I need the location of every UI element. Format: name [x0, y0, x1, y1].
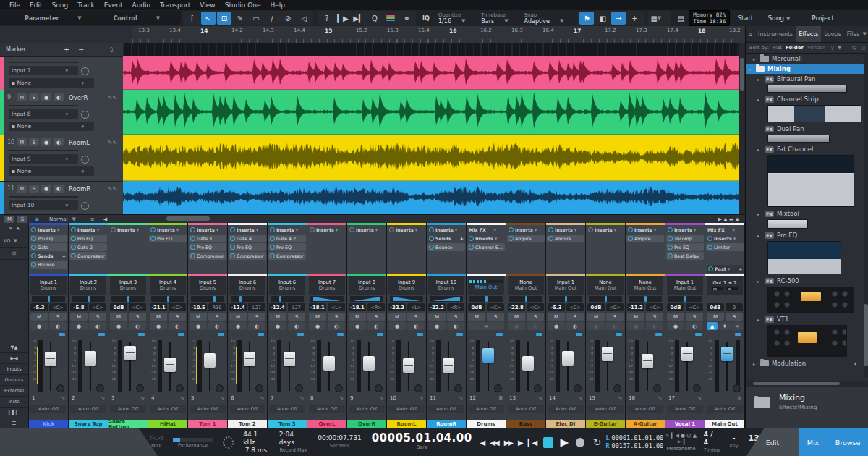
channel-routing-box[interactable]: Input 9Drums: [388, 276, 425, 295]
tree-item-fx-binaural-pan[interactable]: ▸FXBinaural Pan: [746, 74, 868, 84]
tree-item-folder-mercuriall[interactable]: ▸Mercuriall: [746, 54, 868, 64]
track-instrument-select[interactable]: ▪ None▾: [9, 122, 94, 131]
pan-value[interactable]: <R>: [367, 303, 385, 311]
pan-control[interactable]: [72, 296, 105, 302]
snap-relative-icon[interactable]: ◧: [595, 12, 610, 25]
input-monitor-circle[interactable]: [81, 156, 89, 164]
automation-mode-value[interactable]: Normal: [49, 216, 67, 222]
record-arm-button[interactable]: ●: [150, 322, 167, 330]
solo-button[interactable]: S: [208, 313, 226, 321]
seconds-readout[interactable]: 00:00:07.731 Seconds: [318, 434, 361, 450]
tree-expand-arrow[interactable]: ▸: [757, 211, 762, 216]
pan-knob[interactable]: [375, 384, 383, 392]
rewind-button[interactable]: ◀◀: [490, 439, 498, 447]
mute-all-button[interactable]: M: [4, 216, 14, 224]
monitor-button[interactable]: ◐: [447, 322, 464, 330]
power-icon[interactable]: [270, 245, 275, 250]
automation-mode-button[interactable]: Auto: Off: [30, 405, 67, 413]
pan-knob[interactable]: [534, 384, 542, 392]
track-mute-button[interactable]: M: [17, 185, 27, 193]
audio-event-3[interactable]: [123, 181, 739, 214]
pan-control[interactable]: [509, 296, 542, 302]
record-arm-button[interactable]: ●: [110, 322, 127, 330]
channel-name-label[interactable]: Tom 1: [188, 420, 227, 428]
volume-value[interactable]: -22.2: [428, 303, 446, 311]
fader-handle[interactable]: [721, 347, 733, 361]
mixfx-header[interactable]: Mix FX▾: [706, 226, 744, 234]
pan-value[interactable]: <C>: [566, 303, 584, 311]
monitor-button[interactable]: ◐: [606, 322, 624, 330]
pan-knob[interactable]: [56, 384, 64, 392]
input-monitor-circle[interactable]: [81, 67, 89, 75]
arrange-hscrollbar-thumb[interactable]: [166, 216, 210, 221]
zoom-controls[interactable]: ▶ ▲ ▬ ▲: [718, 216, 739, 222]
channel-routing-box[interactable]: NoneMain Out: [587, 276, 624, 295]
tree-item-fx-vt1[interactable]: ▸FXVT1: [746, 314, 868, 324]
mono-toggle[interactable]: ∞: [468, 322, 504, 330]
power-icon[interactable]: [71, 253, 76, 258]
fader-handle[interactable]: [602, 347, 613, 361]
insert-slot[interactable]: Ampire: [507, 235, 545, 242]
return-to-start-button[interactable]: ▎◀: [528, 439, 536, 447]
track-header-roomr[interactable]: 11MS●◐RoomR∿∿Input 10▾: [0, 182, 123, 215]
automation-link-tick[interactable]: [536, 333, 542, 336]
volume-value[interactable]: -21.1: [150, 303, 167, 311]
automation-mode-button[interactable]: Auto: Off: [468, 405, 504, 413]
record-arm-button[interactable]: ●: [269, 322, 286, 330]
power-icon[interactable]: [668, 236, 673, 241]
channel-routing-box[interactable]: Input 6Drums: [269, 276, 305, 295]
fader-handle[interactable]: [562, 351, 574, 366]
mixfx-header[interactable]: Mix FX▾: [467, 226, 505, 234]
channel-name-label[interactable]: OverL: [307, 420, 346, 428]
inserts-header[interactable]: Inserts▾+: [348, 226, 386, 234]
send-slot[interactable]: Bounce: [30, 261, 67, 269]
pan-value[interactable]: <C>: [49, 303, 67, 311]
fader-handle[interactable]: [164, 358, 176, 372]
volume-value[interactable]: -5.3: [548, 303, 565, 311]
chevron-down-icon[interactable]: ▼: [156, 15, 160, 21]
pan-knob[interactable]: [454, 384, 462, 392]
automation-mode-button[interactable]: Auto: Off: [707, 405, 743, 413]
power-icon[interactable]: [707, 236, 712, 241]
pan-knob[interactable]: [653, 384, 661, 392]
pan-control[interactable]: [310, 296, 344, 302]
track-header-rooml[interactable]: 10MS●◐RoomL∿∿Input 9▾▪ None▾: [0, 135, 123, 182]
inserts-header[interactable]: Inserts▾+: [587, 226, 624, 234]
solo-button[interactable]: S: [726, 313, 743, 321]
automation-mode-button[interactable]: Auto: Off: [428, 405, 464, 413]
fx-thumbnail[interactable]: [767, 287, 854, 313]
mute-button[interactable]: M: [190, 313, 207, 321]
volume-value[interactable]: -22.8: [508, 303, 525, 311]
pan-knob[interactable]: [494, 384, 502, 392]
sends-header[interactable]: Sends+: [427, 235, 465, 242]
quantize-select[interactable]: Quantize 1/16▼: [438, 12, 472, 25]
inserts-header[interactable]: Inserts▾+: [547, 226, 584, 234]
menu-file[interactable]: File: [9, 1, 20, 9]
inserts-header[interactable]: Inserts▾+: [308, 226, 346, 234]
record-arm-button[interactable]: ●: [587, 322, 605, 330]
pan-control[interactable]: [549, 296, 582, 302]
automation-link-tick[interactable]: [98, 333, 105, 336]
track-mute-button[interactable]: M: [17, 93, 27, 101]
eraser-tool[interactable]: ▭: [249, 12, 263, 25]
fader-handle[interactable]: [85, 351, 96, 366]
pan-knob[interactable]: [176, 384, 184, 392]
channel-name-label[interactable]: Drums: [467, 420, 506, 428]
timebase-select[interactable]: Timebase Bars▼: [481, 12, 515, 25]
menu-event[interactable]: Event: [104, 1, 123, 9]
solo-button[interactable]: S: [686, 313, 703, 321]
browser-hscrollbar[interactable]: [746, 381, 868, 387]
channel-name-label[interactable]: Snare Bottom: [109, 420, 148, 428]
power-icon[interactable]: [71, 245, 76, 250]
pan-control[interactable]: [390, 296, 423, 302]
bend-marker-icon[interactable]: ⚭: [399, 12, 414, 25]
insert-slot[interactable]: Pro EQ: [30, 235, 67, 242]
power-icon[interactable]: [588, 227, 593, 232]
listen-tool[interactable]: ◁: [297, 12, 311, 25]
solo-button[interactable]: S: [89, 313, 106, 321]
pan-control[interactable]: [271, 296, 304, 302]
track-input-select[interactable]: Input 9▾: [9, 154, 78, 164]
record-arm-button[interactable]: ●: [70, 322, 88, 330]
record-arm-button[interactable]: ●: [508, 322, 525, 330]
volume-value[interactable]: -5.8: [70, 303, 88, 311]
